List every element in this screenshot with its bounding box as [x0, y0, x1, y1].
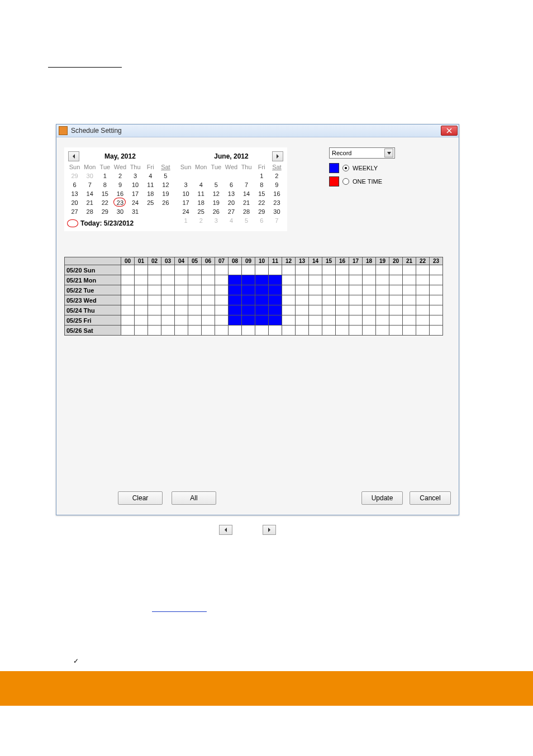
schedule-cell[interactable] [121, 275, 135, 285]
calendar-month-2[interactable]: June, 2012 SunMonTueWedThuFriSat12345678… [175, 147, 287, 231]
calendar-day[interactable]: 7 [239, 180, 254, 189]
calendar-day[interactable]: 30 [82, 171, 97, 180]
schedule-cell[interactable] [389, 275, 403, 285]
calendar-day[interactable]: 6 [67, 180, 82, 189]
schedule-cell[interactable] [202, 285, 215, 295]
calendar-day[interactable]: 16 [269, 189, 284, 198]
calendar-day[interactable]: 13 [223, 189, 239, 198]
calendar-day[interactable]: 1 [97, 171, 112, 180]
calendar-day[interactable]: 17 [128, 189, 143, 198]
schedule-cell[interactable] [282, 275, 296, 285]
schedule-cell[interactable] [175, 295, 188, 305]
schedule-cell[interactable] [416, 295, 430, 305]
calendar-day[interactable]: 24 [178, 207, 193, 216]
schedule-cell[interactable] [336, 305, 349, 315]
schedule-cell[interactable] [121, 326, 135, 336]
calendar-day[interactable]: 19 [158, 189, 173, 198]
schedule-cell[interactable] [161, 326, 175, 336]
schedule-cell[interactable] [349, 295, 363, 305]
schedule-cell[interactable] [148, 295, 161, 305]
schedule-cell[interactable] [229, 326, 242, 336]
option-onetime[interactable]: ONE TIME [329, 176, 430, 186]
schedule-cell[interactable] [349, 305, 363, 315]
schedule-cell[interactable] [215, 285, 229, 295]
calendar-day[interactable]: 24 [128, 198, 143, 207]
schedule-cell[interactable] [161, 295, 175, 305]
schedule-cell[interactable] [349, 285, 363, 295]
schedule-cell[interactable] [188, 295, 202, 305]
schedule-cell[interactable] [161, 275, 175, 285]
calendar-day[interactable]: 3 [208, 216, 223, 225]
option-weekly[interactable]: WEEKLY [329, 163, 430, 173]
calendar-day[interactable]: 11 [193, 189, 208, 198]
schedule-cell[interactable] [269, 265, 282, 275]
schedule-cell[interactable] [255, 275, 269, 285]
schedule-cell[interactable] [188, 315, 202, 326]
schedule-cell[interactable] [416, 285, 430, 295]
record-dropdown[interactable]: Record [329, 147, 395, 159]
schedule-cell[interactable] [242, 305, 255, 315]
today-indicator[interactable]: Today: 5/23/2012 [67, 219, 173, 227]
schedule-cell[interactable] [202, 275, 215, 285]
schedule-cell[interactable] [188, 285, 202, 295]
schedule-cell[interactable] [363, 285, 376, 295]
calendar-day[interactable]: 4 [143, 171, 158, 180]
calendar-day[interactable]: 15 [254, 189, 269, 198]
schedule-cell[interactable] [336, 265, 349, 275]
calendar-day[interactable]: 4 [223, 216, 239, 225]
schedule-cell[interactable] [255, 265, 269, 275]
schedule-cell[interactable] [376, 285, 389, 295]
calendar-day[interactable]: 27 [67, 207, 82, 216]
schedule-cell[interactable] [161, 285, 175, 295]
schedule-cell[interactable] [349, 275, 363, 285]
schedule-cell[interactable] [135, 315, 148, 326]
schedule-cell[interactable] [376, 275, 389, 285]
schedule-cell[interactable] [430, 305, 443, 315]
schedule-cell[interactable] [309, 265, 322, 275]
schedule-cell[interactable] [121, 315, 135, 326]
calendar-day[interactable]: 14 [239, 189, 254, 198]
schedule-cell[interactable] [336, 326, 349, 336]
schedule-cell[interactable] [148, 305, 161, 315]
schedule-cell[interactable] [309, 305, 322, 315]
schedule-cell[interactable] [229, 315, 242, 326]
schedule-cell[interactable] [403, 305, 416, 315]
schedule-cell[interactable] [229, 285, 242, 295]
prev-month-button[interactable] [68, 151, 79, 161]
schedule-cell[interactable] [215, 265, 229, 275]
calendar-day[interactable]: 4 [193, 180, 208, 189]
schedule-cell[interactable] [161, 265, 175, 275]
schedule-cell[interactable] [322, 326, 336, 336]
schedule-cell[interactable] [416, 326, 430, 336]
calendar-day[interactable]: 5 [208, 180, 223, 189]
schedule-cell[interactable] [215, 295, 229, 305]
calendar-day[interactable]: 2 [193, 216, 208, 225]
schedule-cell[interactable] [229, 305, 242, 315]
schedule-cell[interactable] [175, 275, 188, 285]
calendar-day[interactable]: 22 [254, 198, 269, 207]
schedule-cell[interactable] [188, 265, 202, 275]
calendar-day[interactable]: 18 [143, 189, 158, 198]
calendar-day[interactable]: 7 [82, 180, 97, 189]
schedule-cell[interactable] [229, 295, 242, 305]
calendar-day[interactable]: 9 [112, 180, 127, 189]
calendar-day[interactable]: 23 [112, 198, 127, 207]
schedule-cell[interactable] [389, 285, 403, 295]
calendar-day[interactable]: 29 [97, 207, 112, 216]
calendar-day[interactable]: 1 [178, 216, 193, 225]
calendar-day[interactable]: 29 [67, 171, 82, 180]
schedule-cell[interactable] [322, 295, 336, 305]
schedule-cell[interactable] [403, 285, 416, 295]
schedule-cell[interactable] [376, 265, 389, 275]
calendar-day[interactable]: 3 [178, 180, 193, 189]
schedule-cell[interactable] [403, 295, 416, 305]
calendar-day[interactable]: 5 [239, 216, 254, 225]
calendar-day[interactable]: 12 [208, 189, 223, 198]
calendar-day[interactable]: 8 [254, 180, 269, 189]
schedule-cell[interactable] [175, 265, 188, 275]
calendar-day[interactable]: 11 [143, 180, 158, 189]
calendar-day[interactable]: 13 [67, 189, 82, 198]
schedule-cell[interactable] [255, 295, 269, 305]
schedule-cell[interactable] [389, 326, 403, 336]
calendar-day[interactable]: 10 [128, 180, 143, 189]
